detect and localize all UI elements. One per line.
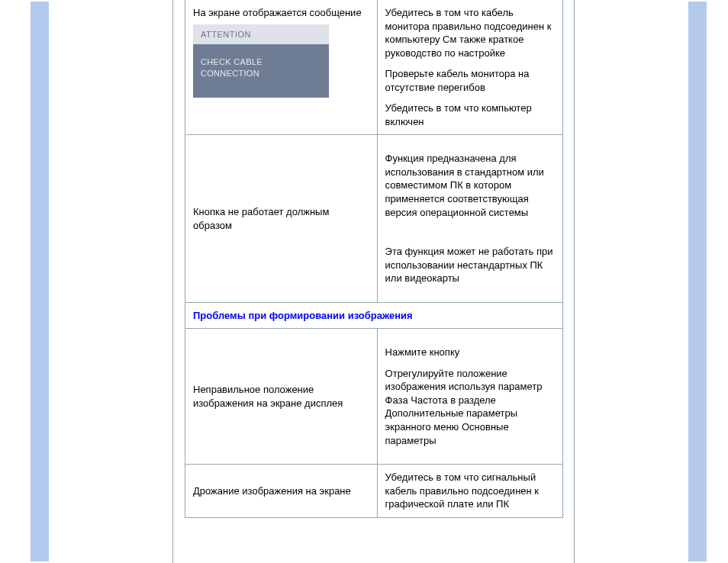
solution-text: Убедитесь в том что компьютер включен <box>385 101 555 128</box>
solution-text: Убедитесь в том что кабель монитора прав… <box>385 6 555 60</box>
solution-text: Нажмите кнопку <box>385 346 555 359</box>
table-row: Дрожание изображения на экране Убедитесь… <box>185 465 563 518</box>
solution-text: Эта функция может не работать при исполь… <box>385 245 555 285</box>
monitor-message-body: CHECK CABLE CONNECTION <box>193 44 329 98</box>
solution-cell: Функция предназначена для использования … <box>377 135 562 302</box>
troubleshooting-table: На экране отображается сообщение ATTENTI… <box>185 0 563 518</box>
vertical-rule-right <box>574 0 575 563</box>
solution-cell: Нажмите кнопку Отрегулируйте положение и… <box>377 329 562 465</box>
monitor-message-title: ATTENTION <box>193 24 329 45</box>
vertical-rule-left <box>172 0 173 563</box>
symptom-cell: На экране отображается сообщение ATTENTI… <box>185 0 378 135</box>
symptom-cell: Неправильное положение изображения на эк… <box>185 329 378 465</box>
table-row: Кнопка не работает должным образом Функц… <box>185 135 563 302</box>
decor-strip-left <box>31 2 49 561</box>
solution-cell: Убедитесь в том что кабель монитора прав… <box>377 0 562 135</box>
symptom-text: Дрожание изображения на экране <box>193 484 369 498</box>
solution-text: Отрегулируйте положение изображения испо… <box>385 367 555 447</box>
symptom-text: Неправильное положение изображения на эк… <box>193 383 369 410</box>
solution-cell: Убедитесь в том что сигнальный кабель пр… <box>377 465 562 518</box>
symptom-cell: Кнопка не работает должным образом <box>185 135 378 302</box>
table-row: Неправильное положение изображения на эк… <box>185 329 563 465</box>
table-row: На экране отображается сообщение ATTENTI… <box>185 0 563 135</box>
solution-text: Проверьте кабель монитора на отсутствие … <box>385 67 555 94</box>
symptom-cell: Дрожание изображения на экране <box>185 465 378 518</box>
monitor-message-box: ATTENTION CHECK CABLE CONNECTION <box>193 24 329 98</box>
symptom-text: На экране отображается сообщение <box>193 6 369 20</box>
solution-text: Функция предназначена для использования … <box>385 152 555 219</box>
section-header: Проблемы при формировании изображения <box>185 302 563 329</box>
decor-strip-right <box>688 2 707 561</box>
symptom-text: Кнопка не работает должным образом <box>193 205 369 232</box>
section-header-row: Проблемы при формировании изображения <box>185 302 563 329</box>
solution-text: Убедитесь в том что сигнальный кабель пр… <box>385 471 555 511</box>
